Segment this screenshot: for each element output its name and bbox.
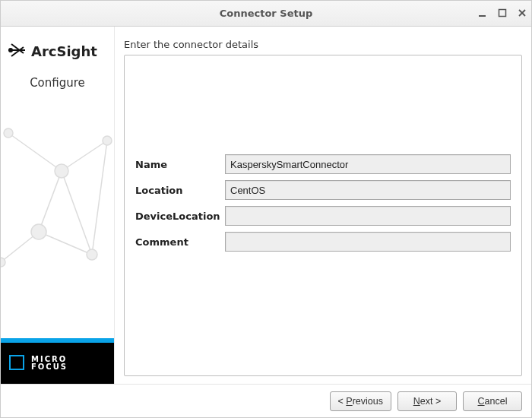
close-icon[interactable] — [518, 8, 527, 19]
location-field[interactable] — [225, 180, 511, 200]
devicelocation-label: DeviceLocation — [135, 211, 219, 222]
wizard-footer: < Previous Next > Cancel — [1, 384, 531, 417]
location-label: Location — [135, 185, 219, 196]
name-field[interactable] — [225, 154, 511, 174]
sidebar-graphic — [1, 90, 114, 338]
title-bar: Connector Setup — [1, 1, 531, 27]
comment-label: Comment — [135, 236, 219, 248]
arcsight-logo-icon — [7, 40, 27, 62]
svg-rect-1 — [499, 9, 506, 16]
window-controls — [478, 1, 527, 26]
svg-line-10 — [39, 171, 62, 232]
wizard-sidebar: ArcSight Configure — [1, 27, 115, 384]
sidebar-footer: MICRO FOCUS — [1, 343, 114, 384]
sidebar-subtitle: Configure — [1, 76, 114, 90]
svg-line-9 — [62, 141, 107, 171]
brand: ArcSight — [1, 27, 114, 65]
previous-button[interactable]: < Previous — [330, 391, 391, 411]
devicelocation-field[interactable] — [225, 206, 511, 226]
svg-line-8 — [8, 133, 62, 171]
svg-point-15 — [4, 128, 13, 138]
instruction-text: Enter the connector details — [124, 39, 522, 50]
svg-point-18 — [31, 224, 46, 239]
wizard-content: Enter the connector details Name Locatio… — [115, 27, 531, 384]
connector-setup-window: Connector Setup — [0, 0, 532, 418]
brand-name: ArcSight — [31, 43, 97, 59]
comment-field[interactable] — [225, 232, 511, 252]
minimize-icon[interactable] — [478, 8, 487, 19]
svg-point-7 — [8, 48, 13, 52]
middle-area: ArcSight Configure — [1, 27, 531, 384]
microfocus-logo-icon — [8, 354, 25, 373]
svg-point-20 — [87, 249, 97, 260]
microfocus-label: MICRO FOCUS — [31, 356, 68, 372]
details-panel: Name Location DeviceLocation Comment — [124, 55, 522, 376]
connector-details-form: Name Location DeviceLocation Comment — [132, 154, 514, 252]
svg-rect-21 — [10, 356, 24, 369]
svg-point-16 — [55, 164, 68, 178]
next-button[interactable]: Next > — [397, 391, 457, 411]
svg-line-12 — [39, 232, 92, 255]
svg-point-19 — [1, 258, 5, 267]
svg-line-14 — [62, 171, 92, 255]
cancel-button[interactable]: Cancel — [463, 391, 522, 411]
window-title: Connector Setup — [220, 8, 313, 19]
svg-point-17 — [103, 136, 112, 145]
svg-line-13 — [92, 141, 107, 255]
microfocus-line2: FOCUS — [31, 363, 68, 372]
name-label: Name — [135, 159, 219, 170]
maximize-icon[interactable] — [498, 8, 507, 19]
